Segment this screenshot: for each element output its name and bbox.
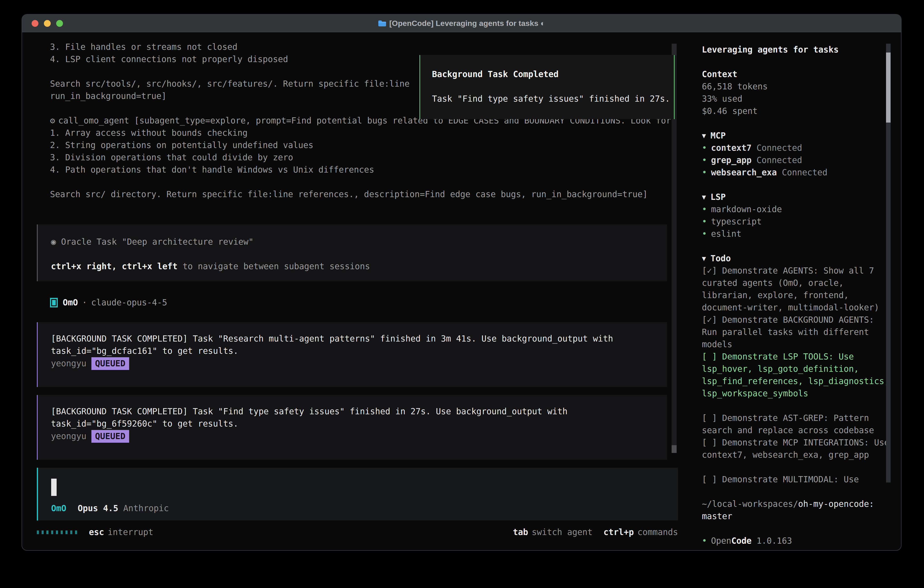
lsp-item: •eslint: [702, 228, 891, 240]
minimize-button[interactable]: [44, 20, 51, 27]
chevron-down-icon: ▼: [702, 191, 706, 203]
status-dot-icon: •: [702, 168, 707, 177]
input-agent-label[interactable]: OmO: [51, 502, 66, 515]
status-dot-icon: •: [702, 535, 707, 547]
window-title: [OpenCode] Leveraging agents for tasks ◐: [378, 19, 545, 28]
tool-call-item: 1. Array access without bounds checking: [50, 127, 673, 139]
hint-keys: ctrl+x right, ctrl+x left: [51, 261, 178, 271]
message-line: [BACKGROUND TASK COMPLETED] Task "Resear…: [51, 333, 667, 345]
hint-text: to navigate between subagent sessions: [178, 261, 370, 271]
checkbox-icon: [ ]: [702, 474, 722, 484]
commands-hint: ctrl+p commands: [604, 526, 678, 538]
checkbox-icon: [ ]: [702, 438, 722, 448]
gear-icon: ⚙: [50, 116, 55, 126]
input-provider-label: Anthropic: [123, 502, 169, 515]
workspace-path: ~/local-workspaces/oh-my-opencode:: [702, 498, 891, 510]
tab-hint: tab switch agent: [513, 526, 592, 538]
session-sidebar: Leveraging agents for tasks Context 66,5…: [702, 44, 891, 547]
queued-badge: QUEUED: [91, 357, 129, 370]
status-bar: esc interrupt tab switch agent ctrl+p co…: [37, 526, 678, 538]
oracle-task-title: ◉ Oracle Task "Deep architecture review": [51, 236, 667, 248]
checkbox-icon: [✓]: [702, 315, 722, 325]
toast-notification: Background Task Completed Task "Find typ…: [419, 55, 675, 119]
tool-call-tail: Search src/ directory. Return specific f…: [50, 188, 673, 201]
todo-item: [ ] Demonstrate MCP INTEGRATIONS: Use co…: [702, 436, 891, 461]
message-author: yeongyu: [51, 357, 86, 370]
todo-section-header[interactable]: ▼Todo: [702, 253, 891, 265]
text-cursor: [51, 479, 57, 496]
tool-call-item: 3. Division operations that could divide…: [50, 152, 673, 164]
desktop: { "theme": { "accent_cyan": "#27c5c6", "…: [0, 0, 924, 588]
prompt-input[interactable]: OmO Opus 4.5 Anthropic: [37, 468, 678, 520]
todo-item: [✓] Demonstrate BACKGROUND AGENTS: Run p…: [702, 314, 891, 351]
agent-square-icon: [50, 298, 58, 307]
workspace-branch: master: [702, 510, 891, 522]
context-tokens: 66,518 tokens: [702, 81, 891, 93]
agent-header: OmO · claude-opus-4-5: [50, 297, 167, 309]
chevron-down-icon: ▼: [702, 253, 706, 265]
status-dot-icon: •: [702, 143, 707, 153]
tab-label: switch agent: [532, 526, 592, 538]
status-dot-icon: •: [702, 155, 707, 165]
mcp-item: •grep_appConnected: [702, 154, 891, 167]
background-task-message: [BACKGROUND TASK COMPLETED] Task "Resear…: [37, 322, 667, 387]
context-used: 33% used: [702, 93, 891, 105]
message-meta: yeongyu QUEUED: [51, 357, 667, 370]
lsp-item: •markdown-oxide: [702, 203, 891, 216]
message-line: task_id="bg_dcfac161" to get results.: [51, 345, 667, 357]
oracle-task-card[interactable]: ◉ Oracle Task "Deep architecture review"…: [37, 225, 667, 281]
esc-hint: esc interrupt: [89, 526, 153, 538]
todo-item: [✓] Demonstrate AGENTS: Show all 7 curat…: [702, 265, 891, 314]
context-heading: Context: [702, 68, 891, 81]
mcp-item: •websearch_exaConnected: [702, 167, 891, 179]
agent-name: OmO: [63, 297, 78, 309]
terminal-window: [OpenCode] Leveraging agents for tasks ◐…: [21, 14, 901, 551]
tool-call-item: 2. String operations on potentially unde…: [50, 139, 673, 152]
message-line: task_id="bg_6f59260c" to get results.: [51, 418, 667, 430]
esc-label: interrupt: [108, 526, 153, 538]
oracle-task-hint: ctrl+x right, ctrl+x left to navigate be…: [51, 260, 667, 273]
status-dot-icon: •: [702, 217, 707, 226]
input-meta: OmO Opus 4.5 Anthropic: [51, 502, 169, 515]
status-dot-icon: •: [702, 229, 707, 239]
lsp-section-header[interactable]: ▼LSP: [702, 191, 891, 203]
background-task-message: [BACKGROUND TASK COMPLETED] Task "Find t…: [37, 395, 667, 460]
lsp-item: •typescript: [702, 216, 891, 228]
message-author: yeongyu: [51, 430, 86, 443]
ctrl-p-key: ctrl+p: [604, 526, 634, 538]
message-meta: yeongyu QUEUED: [51, 430, 667, 443]
chat-scrollbar-cap: [672, 44, 676, 56]
chevron-down-icon: ▼: [702, 130, 706, 142]
status-left: esc interrupt: [37, 526, 153, 538]
status-right: tab switch agent ctrl+p commands: [513, 526, 678, 538]
sidebar-scrollbar-thumb[interactable]: [886, 53, 891, 122]
todo-item: [ ] Demonstrate AST-GREP: Pattern search…: [702, 412, 891, 436]
message-line: [BACKGROUND TASK COMPLETED] Task "Find t…: [51, 405, 667, 418]
input-model-label[interactable]: Opus 4.5: [78, 502, 118, 515]
close-button[interactable]: [31, 20, 38, 27]
esc-key: esc: [89, 526, 104, 538]
zoom-button[interactable]: [56, 20, 63, 27]
folder-icon: [378, 20, 386, 26]
sidebar-scrollbar[interactable]: [886, 44, 891, 482]
scrollback-line: 3. File handles or streams not closed: [50, 41, 673, 53]
title-bar[interactable]: [OpenCode] Leveraging agents for tasks ◐: [22, 15, 901, 32]
activity-dots: [37, 530, 77, 534]
agent-separator: ·: [82, 297, 87, 309]
chat-scrollbar-thumb[interactable]: [672, 445, 676, 453]
status-dot-icon: •: [702, 205, 707, 214]
tool-call-item: 4. Path operations that don't handle Win…: [50, 164, 673, 176]
agent-model: claude-opus-4-5: [91, 297, 167, 309]
mcp-section-header[interactable]: ▼MCP: [702, 130, 891, 142]
context-spent: $0.46 spent: [702, 105, 891, 117]
checkbox-icon: [ ]: [702, 352, 722, 362]
notification-body: Task "Find type safety issues" finished …: [432, 93, 674, 105]
version-line: •OpenCode1.0.163: [702, 535, 891, 547]
notification-title: Background Task Completed: [432, 68, 674, 81]
mcp-item: •context7Connected: [702, 142, 891, 154]
todo-item: [ ] Demonstrate LSP TOOLS: Use lsp_hover…: [702, 351, 891, 400]
checkbox-icon: [ ]: [702, 413, 722, 423]
todo-item: [ ] Demonstrate MULTIMODAL: Use: [702, 473, 891, 486]
tab-key: tab: [513, 526, 528, 538]
checkbox-icon: [✓]: [702, 266, 722, 276]
